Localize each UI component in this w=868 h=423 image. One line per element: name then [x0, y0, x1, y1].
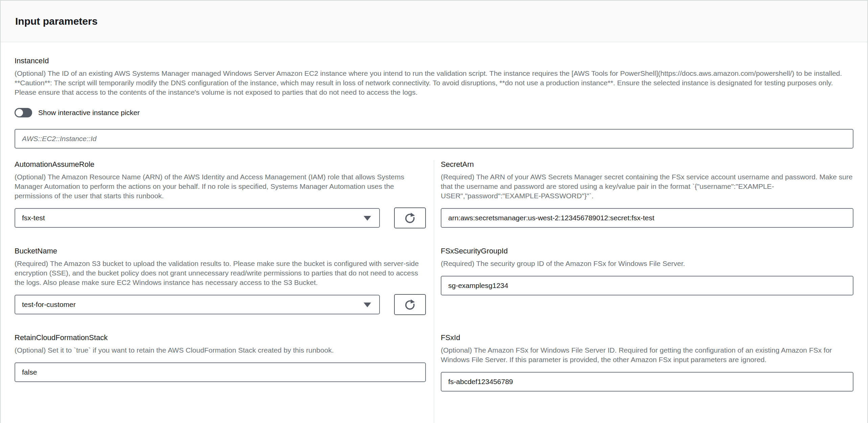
bucketname-selected-value: test-for-customer	[22, 300, 76, 309]
param-section-fsxsecuritygroupid: FSxSecurityGroupId (Required) The securi…	[434, 247, 853, 333]
automationassumerole-select[interactable]: fsx-test	[15, 208, 380, 228]
automationassumerole-selected-value: fsx-test	[22, 214, 45, 222]
param-section-retaincloudformationstack: RetainCloudFormationStack (Optional) Set…	[15, 333, 434, 423]
param-section-instanceid: InstanceId (Optional) The ID of an exist…	[15, 57, 853, 149]
param-description-retaincloudformationstack: (Optional) Set it to `true` if you want …	[15, 346, 426, 355]
param-section-secretarn: SecretArn (Required) The ARN of your AWS…	[434, 160, 853, 247]
param-name-fsxsecuritygroupid: FSxSecurityGroupId	[441, 247, 853, 255]
param-description-bucketname: (Required) The Amazon S3 bucket to uploa…	[15, 259, 426, 287]
caret-down-icon	[364, 216, 371, 221]
secretarn-input[interactable]	[441, 208, 853, 228]
param-name-automationassumerole: AutomationAssumeRole	[15, 160, 426, 169]
param-section-bucketname: BucketName (Required) The Amazon S3 buck…	[15, 247, 434, 333]
parameters-grid: AutomationAssumeRole (Optional) The Amaz…	[15, 160, 853, 423]
param-name-fsxid: FSxId	[441, 333, 853, 342]
param-description-secretarn: (Required) The ARN of your AWS Secrets M…	[441, 172, 853, 201]
param-section-automationassumerole: AutomationAssumeRole (Optional) The Amaz…	[15, 160, 434, 247]
bucketname-select[interactable]: test-for-customer	[15, 295, 380, 314]
param-name-retaincloudformationstack: RetainCloudFormationStack	[15, 333, 426, 342]
instance-picker-toggle-label: Show interactive instance picker	[38, 109, 140, 117]
bucketname-control-row: test-for-customer	[15, 295, 426, 315]
automationassumerole-control-row: fsx-test	[15, 208, 426, 228]
panel-content: InstanceId (Optional) The ID of an exist…	[1, 42, 867, 423]
param-name-secretarn: SecretArn	[441, 160, 853, 169]
automationassumerole-refresh-button[interactable]	[394, 207, 426, 228]
param-name-bucketname: BucketName	[15, 247, 426, 255]
param-description-instanceid: (Optional) The ID of an existing AWS Sys…	[15, 69, 853, 97]
instance-picker-toggle[interactable]	[15, 108, 32, 117]
panel-title: Input parameters	[15, 16, 97, 27]
toggle-knob-icon	[16, 109, 23, 116]
param-name-instanceid: InstanceId	[15, 57, 853, 65]
panel-header: Input parameters	[1, 1, 867, 42]
param-description-automationassumerole: (Optional) The Amazon Resource Name (ARN…	[15, 172, 426, 201]
caret-down-icon	[364, 303, 371, 307]
bucketname-refresh-button[interactable]	[394, 294, 426, 315]
fsxsecuritygroupid-input[interactable]	[441, 276, 853, 295]
refresh-icon	[404, 298, 416, 311]
param-section-fsxid: FSxId (Optional) The Amazon FSx for Wind…	[434, 333, 853, 423]
fsxid-input[interactable]	[441, 372, 853, 392]
retaincloudformationstack-input[interactable]	[15, 362, 426, 382]
refresh-icon	[404, 212, 416, 224]
instanceid-input[interactable]	[15, 129, 853, 149]
param-description-fsxid: (Optional) The Amazon FSx for Windows Fi…	[441, 346, 853, 364]
param-description-fsxsecuritygroupid: (Required) The security group ID of the …	[441, 259, 853, 268]
instance-picker-toggle-row: Show interactive instance picker	[15, 108, 853, 117]
input-parameters-panel: Input parameters InstanceId (Optional) T…	[0, 0, 868, 423]
